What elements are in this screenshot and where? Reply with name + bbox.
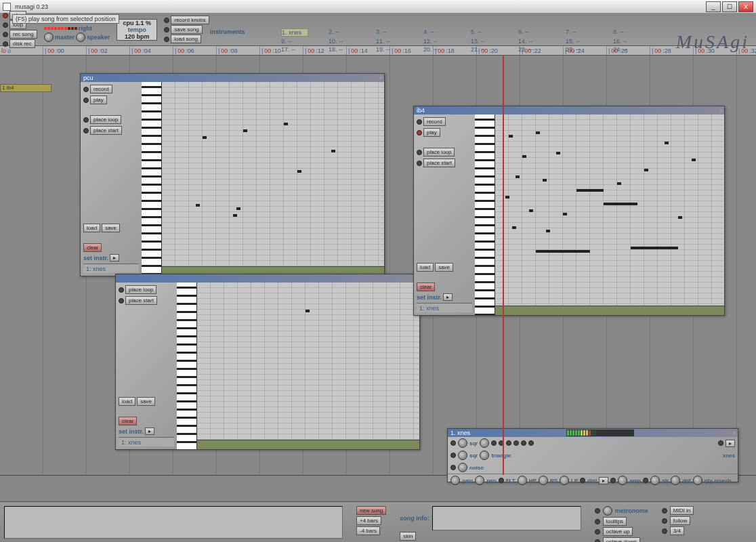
set-instr-button2[interactable]: ▸ [145,428,154,435]
editor-save-button[interactable]: save [102,224,120,232]
timeline-cell[interactable]: |00:06 [173,46,217,55]
master-knob[interactable] [44,33,54,42]
instrument-slot[interactable]: 16. -- [613,38,640,45]
plus4-button[interactable]: +4 bars [356,516,381,525]
instrument-slot[interactable]: 10. -- [329,38,356,45]
skin-button[interactable]: skin [400,532,416,541]
lp-knob[interactable] [560,476,569,485]
midi-in-button[interactable]: MIDI in [670,506,694,515]
noise-knob[interactable] [458,463,467,472]
load-song-button[interactable]: load song [171,35,201,43]
instrument-slot[interactable]: 20. -- [423,46,450,53]
songinfo-box[interactable] [432,506,581,530]
instrument-slot[interactable]: 18. -- [329,46,356,53]
set-instr-button3[interactable]: ▸ [443,293,453,301]
qty-knob[interactable] [693,476,702,485]
metronome-knob[interactable] [603,506,612,516]
editor-load-button2[interactable]: load [119,397,135,406]
instrument-slot[interactable]: 11. -- [376,38,403,45]
instrument-slot[interactable]: 12. -- [423,38,450,45]
sqr1-knob[interactable] [458,438,467,448]
record-knobs-button[interactable]: record knobs [171,16,209,24]
sqr1b-knob[interactable] [480,438,489,448]
timeline-cell[interactable]: |00:08 [217,46,260,55]
place-loop-button2[interactable]: place loop [125,285,156,294]
velocity-strip2[interactable] [197,440,419,449]
editor-load-button[interactable]: load [83,224,100,232]
editor-record-button[interactable]: record [90,85,112,93]
instrument-slot[interactable]: 21. -- [471,46,498,53]
instrument-slot[interactable]: 19. -- [376,46,403,53]
piano-keys3[interactable] [475,114,495,315]
minimize-button[interactable]: _ [706,1,721,12]
instrument-slot[interactable]: 24. -- [613,46,640,53]
rs-knob[interactable] [539,476,548,485]
set-instr-button[interactable]: ▸ [110,254,119,262]
place-loop-button[interactable]: place loop [90,115,121,124]
amp-knob[interactable] [618,476,627,485]
instrument-slot[interactable]: 17. -- [281,46,308,53]
close-button[interactable]: X [738,1,753,12]
instrument-slot[interactable]: 15. -- [566,38,593,45]
timeline-cell[interactable]: |00:02 [87,46,130,55]
instrument-slot[interactable]: 5. -- [471,28,498,37]
place-start-button3[interactable]: place start [423,159,455,167]
sqr2-knob[interactable] [458,451,467,460]
editor-clear-button[interactable]: clear [83,243,102,252]
synth-btn1[interactable]: ▸ [726,440,735,447]
instrument-slot[interactable]: 7. -- [566,28,593,37]
hp-knob[interactable] [518,476,527,485]
editor-close-icon[interactable]: × [379,75,383,81]
editor-play-button[interactable]: play [90,96,107,104]
place-loop-button3[interactable]: place loop [423,148,455,157]
instrument-slot[interactable]: 3. -- [376,28,403,37]
pan-knob[interactable] [475,476,484,485]
save-song-button[interactable]: save song [171,25,202,34]
editor-record-button3[interactable]: record [423,117,446,126]
tri-knob[interactable] [480,451,489,460]
tempo-box[interactable]: cpu 1.1 % tempo 120 bpm [117,19,157,41]
editor-play-button3[interactable]: play [423,128,440,137]
place-start-button2[interactable]: place start [125,296,157,305]
piano-keys2[interactable] [177,283,197,449]
message-area[interactable] [4,506,343,539]
instrument-slot[interactable]: 2. -- [329,28,356,37]
dpt-knob[interactable] [671,476,680,485]
track-clip[interactable]: 1 ib4 [0,84,51,92]
editor-load-button3[interactable]: load [417,263,434,272]
str-knob[interactable] [650,476,660,485]
maximize-button[interactable]: ☐ [722,1,737,12]
velocity-strip3[interactable] [495,306,724,315]
playhead[interactable] [503,56,504,475]
instrument-slot[interactable]: 23. -- [566,46,593,53]
rec-song-button[interactable]: rec song [9,30,37,39]
instrument-slot[interactable]: 14. -- [518,38,545,45]
instrument-slot[interactable]: 4. -- [423,28,450,37]
instrument-slot[interactable]: 13. -- [471,38,498,45]
editor-close-icon3[interactable]: × [719,107,723,114]
instrument-slot[interactable]: 8. -- [613,28,640,37]
speaker-knob[interactable] [76,33,85,42]
tooltips-button[interactable]: tooltips [603,517,627,526]
instrument-slot[interactable]: 1. xnes [281,28,308,37]
note-grid[interactable] [162,82,384,266]
instrument-slot[interactable]: 9. -- [281,38,308,45]
instrument-slot[interactable]: 22. -- [518,46,545,53]
synth-close-icon[interactable]: × [733,430,736,436]
tracks-area[interactable]: 1 ib4 pcu× record play place loop place … [0,56,756,476]
disk-rec-button[interactable]: disk rec [9,39,35,48]
follow-button[interactable]: follow [670,516,690,525]
editor-clear-button3[interactable]: clear [417,283,435,291]
octave-down-button[interactable]: octave down [603,537,640,542]
three-four-button[interactable]: 3/4 [670,526,684,535]
minus4-button[interactable]: -4 bars [356,526,380,535]
instrument-slot[interactable]: 6. -- [518,28,545,37]
place-start-button[interactable]: place start [90,126,122,135]
gain-knob[interactable] [450,476,460,485]
piano-keys[interactable] [142,82,162,276]
timeline-cell[interactable]: |00:00 [43,46,87,55]
new-song-button[interactable]: new song [356,506,386,515]
note-grid2[interactable] [197,283,419,440]
editor-save-button2[interactable]: save [137,397,155,406]
timeline-cell[interactable]: |00:04 [130,46,173,55]
